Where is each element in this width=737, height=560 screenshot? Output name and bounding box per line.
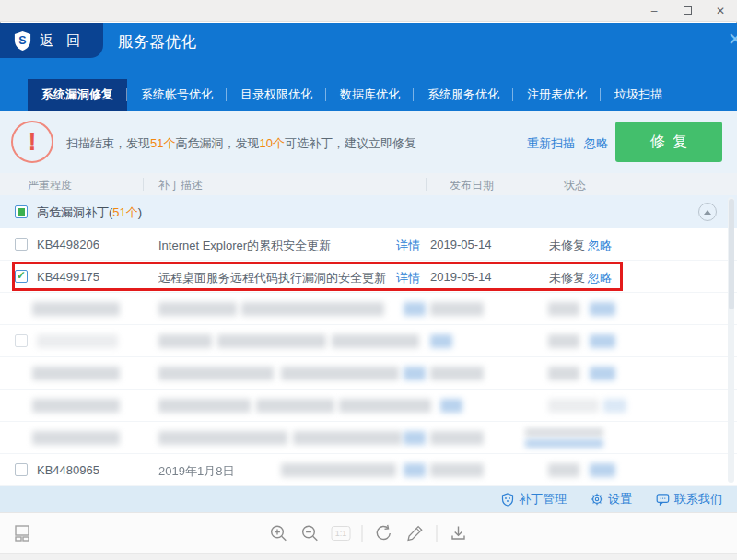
redacted-block bbox=[603, 399, 626, 413]
group-label-text: ) bbox=[138, 205, 142, 219]
ignore-link[interactable]: 忽略 bbox=[588, 270, 612, 286]
optional-count: 10个 bbox=[259, 136, 284, 150]
chevron-up-icon bbox=[704, 210, 711, 215]
scrollbar[interactable] bbox=[728, 197, 734, 483]
tab-garbage-scan[interactable]: 垃圾扫描 bbox=[601, 79, 676, 111]
os-titlebar: – ✕ bbox=[0, 0, 737, 22]
redacted-block bbox=[158, 367, 274, 380]
footer-link-label: 设置 bbox=[608, 491, 632, 508]
col-date: 发布日期 bbox=[450, 178, 494, 193]
zoom-out-icon[interactable] bbox=[300, 523, 321, 543]
row-checkbox[interactable] bbox=[15, 238, 28, 251]
redacted-block bbox=[404, 302, 426, 316]
col-description: 补丁描述 bbox=[158, 178, 203, 193]
tab-system-service[interactable]: 系统服务优化 bbox=[414, 79, 513, 111]
download-icon[interactable] bbox=[449, 523, 469, 543]
svg-text:S: S bbox=[18, 34, 26, 47]
scan-result-bar: ! 扫描结束，发现51个高危漏洞，发现10个可选补丁，建议立即修复 重新扫描 忽… bbox=[0, 111, 737, 173]
maximize-button[interactable] bbox=[671, 0, 704, 22]
kb-id: KB4499175 bbox=[37, 270, 99, 284]
redacted-row bbox=[0, 325, 737, 357]
redacted-row bbox=[0, 293, 737, 325]
release-date: 2019-05-14 bbox=[430, 238, 492, 251]
back-button-label: 返 回 bbox=[40, 32, 85, 50]
rotate-icon[interactable] bbox=[374, 523, 394, 543]
patch-manage-link[interactable]: 补丁管理 bbox=[501, 491, 567, 508]
redacted-block bbox=[404, 463, 426, 477]
redacted-block bbox=[430, 431, 484, 445]
redacted-block bbox=[32, 399, 120, 413]
close-button[interactable]: ✕ bbox=[704, 0, 737, 22]
back-button[interactable]: S 返 回 bbox=[0, 23, 103, 58]
tab-label: 目录权限优化 bbox=[240, 87, 312, 103]
fix-button[interactable]: 修复 bbox=[615, 122, 722, 162]
edit-icon[interactable] bbox=[405, 523, 426, 543]
app-window: – ✕ S 返 回 服务器优化 ✕ 系统漏洞修复 系统帐号优化 目录权限优化 数… bbox=[0, 0, 737, 560]
column-divider bbox=[143, 178, 144, 191]
patch-description: 远程桌面服务远程代码执行漏洞的安全更新 bbox=[158, 270, 386, 286]
redacted-block bbox=[548, 399, 599, 413]
redacted-block bbox=[590, 463, 615, 477]
redacted-block bbox=[525, 439, 603, 448]
group-row-high-risk: 高危漏洞补丁(51个) bbox=[0, 195, 737, 228]
group-checkbox[interactable] bbox=[15, 205, 28, 218]
tab-bar: 系统漏洞修复 系统帐号优化 目录权限优化 数据库优化 系统服务优化 注册表优化 … bbox=[28, 79, 676, 111]
row-checkbox[interactable] bbox=[15, 463, 28, 476]
redacted-block bbox=[158, 334, 212, 348]
redacted-block bbox=[339, 399, 431, 413]
detail-link[interactable]: 详情 bbox=[396, 270, 420, 286]
group-count: 51个 bbox=[112, 205, 137, 219]
inner-close-icon[interactable]: ✕ bbox=[728, 29, 737, 50]
zoom-in-icon[interactable] bbox=[269, 523, 289, 543]
zoom-actual-button[interactable]: 1:1 bbox=[332, 526, 351, 541]
app-header: S 返 回 服务器优化 ✕ 系统漏洞修复 系统帐号优化 目录权限优化 数据库优化… bbox=[0, 23, 737, 111]
redacted-block bbox=[256, 399, 334, 413]
scan-text-part: 扫描结束，发现 bbox=[66, 136, 150, 150]
detail-link[interactable]: 详情 bbox=[396, 238, 420, 254]
gear-icon bbox=[591, 493, 603, 506]
row-checkbox[interactable] bbox=[15, 270, 28, 283]
settings-link[interactable]: 设置 bbox=[591, 491, 632, 508]
tab-directory-permission[interactable]: 目录权限优化 bbox=[227, 79, 326, 111]
scan-result-text: 扫描结束，发现51个高危漏洞，发现10个可选补丁，建议立即修复 bbox=[66, 135, 416, 152]
tab-account-optimize[interactable]: 系统帐号优化 bbox=[127, 79, 227, 111]
ignore-all-link[interactable]: 忽略 bbox=[584, 135, 608, 152]
exclamation-circle-icon: ! bbox=[11, 121, 53, 163]
release-date-partial: 2019年1月8日 bbox=[158, 463, 234, 480]
tab-registry-optimize[interactable]: 注册表优化 bbox=[513, 79, 601, 111]
redacted-block bbox=[430, 463, 484, 477]
maximize-icon bbox=[684, 6, 692, 15]
contact-us-link[interactable]: 联系我们 bbox=[656, 491, 722, 508]
redacted-block bbox=[32, 302, 120, 316]
footer-links-bar: 补丁管理 设置 联系我们 bbox=[0, 486, 737, 512]
patch-list: KB4498206 Internet Explorer的累积安全更新 详情 20… bbox=[0, 228, 737, 486]
scrollbar-thumb[interactable] bbox=[729, 199, 734, 309]
patch-description: Internet Explorer的累积安全更新 bbox=[158, 238, 331, 254]
tab-database-optimize[interactable]: 数据库优化 bbox=[326, 79, 414, 111]
shield-icon bbox=[501, 493, 514, 507]
app-logo-icon: S bbox=[13, 30, 32, 52]
redacted-row bbox=[0, 422, 737, 454]
tab-vulnerability-fix[interactable]: 系统漏洞修复 bbox=[28, 79, 127, 111]
col-severity: 严重程度 bbox=[28, 178, 72, 193]
redacted-row-partial: KB4480965 2019年1月8日 bbox=[0, 454, 737, 486]
redacted-block bbox=[440, 399, 462, 413]
gallery-icon[interactable] bbox=[12, 523, 32, 543]
high-risk-count: 51个 bbox=[150, 136, 175, 150]
rescan-link[interactable]: 重新扫描 bbox=[527, 135, 575, 152]
redacted-row bbox=[0, 390, 737, 422]
redacted-block bbox=[32, 367, 120, 380]
viewer-tools: 1:1 bbox=[269, 513, 469, 554]
redacted-block bbox=[548, 334, 579, 348]
redacted-block bbox=[430, 334, 452, 348]
minimize-button[interactable]: – bbox=[638, 0, 671, 22]
status-label: 未修复 bbox=[549, 238, 585, 254]
column-divider bbox=[426, 178, 427, 191]
scan-actions: 重新扫描 忽略 bbox=[527, 135, 608, 152]
ignore-link[interactable]: 忽略 bbox=[588, 238, 612, 254]
row-checkbox[interactable] bbox=[15, 334, 28, 347]
redacted-block bbox=[158, 399, 251, 413]
tab-label: 垃圾扫描 bbox=[614, 87, 662, 103]
redacted-block bbox=[241, 302, 384, 316]
collapse-button[interactable] bbox=[698, 203, 717, 221]
